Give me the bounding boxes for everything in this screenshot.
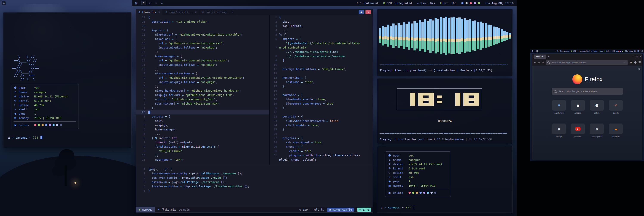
- editor-tab-flake.nix[interactable]: ❄flake.nix×: [136, 9, 163, 15]
- shortcut-tile-youtube[interactable]: ▶youtube: [571, 124, 585, 138]
- url-bar[interactable]: ☆: [546, 60, 628, 65]
- close-tab-icon[interactable]: ×: [232, 11, 233, 14]
- workspace-tag-3[interactable]: 3: [153, 1, 158, 6]
- shell-prompt[interactable]: ⌂ → canopus ~ ))): [8, 136, 42, 139]
- code-text: hostName = "iso";: [279, 80, 314, 84]
- visualizer-bar: [456, 18, 458, 53]
- bar-bottom: [477, 41, 479, 49]
- editor-tab-pkgs/default...[interactable]: ❄pkgs/default...×: [163, 9, 199, 15]
- bar-top: [480, 22, 482, 38]
- tray-icon-3[interactable]: [470, 2, 472, 4]
- workspace-tag-1[interactable]: 1: [535, 50, 538, 52]
- workspace-tag-1[interactable]: 1: [141, 1, 146, 6]
- terminal-window-fastfetch-right[interactable]: ☻usertux⌂hnamecanopus❄distroNixOS 24.11 …: [377, 146, 513, 213]
- clock-cell: [439, 96, 442, 98]
- shortcut-tile-search.nixos[interactable]: ❄search.nixos: [552, 100, 566, 114]
- clock-cell: [476, 103, 479, 106]
- firefox-window[interactable]: New Tab + – □ × ← → ↻ ☆ ▣ ☻ ☰: [532, 54, 643, 160]
- terminal-window-clock[interactable]: 08/08/24 ===============================…: [377, 78, 513, 144]
- bar-bottom: [384, 39, 386, 44]
- buffer-flake-nix[interactable]: 22{21 description = "tux's NixOS Flake";…: [136, 15, 269, 165]
- bar-mid: [442, 39, 445, 41]
- forward-button[interactable]: →: [538, 61, 540, 64]
- workspace-tag-2[interactable]: 2: [147, 1, 152, 6]
- new-tab-search-input[interactable]: [558, 90, 621, 93]
- fetch-value: 3h 59m: [408, 171, 419, 174]
- shell-prompt[interactable]: ⌂ → canopus ~ ))): [381, 206, 415, 209]
- menu-icon[interactable]: ⊞: [135, 1, 138, 5]
- shortcut-tile-amazon[interactable]: aamazon: [571, 100, 585, 114]
- bookmark-star-icon[interactable]: ☆: [624, 61, 626, 64]
- reload-button[interactable]: ↻: [542, 61, 544, 64]
- shortcut-tile-chat.openai[interactable]: ❋chat.openai: [590, 124, 604, 138]
- tray-icon-2[interactable]: [618, 51, 620, 52]
- neovim-window[interactable]: ❄flake.nix×❄pkgs/default...×❄hosts/isoIm…: [136, 9, 373, 212]
- shortcut-tile-github[interactable]: ●github: [590, 100, 604, 114]
- shortcut-tile-chatgpt[interactable]: ❋chatgpt: [552, 124, 566, 138]
- tray-icon-3[interactable]: [620, 51, 622, 52]
- menu-icon[interactable]: ⊞: [532, 50, 533, 52]
- bar-bottom: [472, 41, 474, 51]
- firefox-nav-bar: ← → ↻ ☆ ▣ ☻ ☰: [532, 59, 642, 66]
- account-icon[interactable]: ☻: [634, 61, 637, 64]
- tray-icon-4[interactable]: [622, 51, 623, 52]
- visualizer-bar: [480, 22, 482, 50]
- battery-icon: ▮: [604, 50, 605, 52]
- close-tab-icon[interactable]: ×: [158, 11, 160, 14]
- workspace-tag-4[interactable]: 4: [159, 1, 164, 6]
- code-line: 1 };: [136, 106, 269, 110]
- close-button[interactable]: ×: [640, 56, 641, 58]
- clock-colon: [437, 93, 442, 106]
- buffer-iso-default-nix[interactable]: 1{2 pkgs,3 modulesPath,4 ...5}: {6 impor…: [270, 15, 373, 165]
- code-line: 4 firefox-mod-blur = pkgs.callPackage ./…: [136, 184, 373, 189]
- fetch-label: uptime: [393, 171, 407, 174]
- editor-tab-hosts/isoImag..[interactable]: ❄hosts/isoImag..×: [200, 9, 236, 15]
- hamburger-menu-icon[interactable]: ☰: [638, 61, 641, 64]
- bar-mid: [429, 39, 431, 41]
- line-number: [270, 41, 279, 46]
- bar-mid: [493, 37, 495, 39]
- code-line: 28 ssh.startAgent = true;: [270, 140, 373, 145]
- shortcut-tile-cloudflare[interactable]: ☁cloudflare: [609, 124, 623, 138]
- code-line: 8 forAllSystems = nixpkgs.lib.genAttrs [: [136, 145, 269, 149]
- clock-cell: [426, 93, 428, 96]
- new-tab-button[interactable]: +: [548, 55, 550, 58]
- tray-icon-1[interactable]: [462, 2, 464, 4]
- shortcut-tile-claude[interactable]: ✳claude: [609, 100, 623, 114]
- clock-date: 08/08/24: [377, 119, 512, 123]
- tray-icon-2[interactable]: [466, 2, 468, 4]
- code-line: 5 nixos-hardware.url = "github:nixos/nix…: [136, 89, 269, 93]
- bar-mid: [466, 38, 468, 41]
- buffer-pkgs-default-nix[interactable]: 1{pkgs, ...}: {1 tux-awesome-wm-config =…: [136, 165, 373, 209]
- code-line: 12 url = "github:nix-community/home-mana…: [136, 58, 269, 63]
- terminal-window-visualizer[interactable]: ========================================…: [377, 9, 513, 76]
- terminal-window-fastfetch-left[interactable]: \ \ // ==\___\/ // // \// ==// //== //\_…: [3, 12, 132, 148]
- visualizer-bar: [403, 23, 405, 49]
- new-tab-search-bar[interactable]: [552, 88, 623, 95]
- line-number: 7: [136, 80, 148, 84]
- clock-cell: [464, 103, 466, 106]
- bar-bottom: [403, 40, 405, 49]
- line-number: 16: [136, 41, 148, 46]
- tray-icon-1[interactable]: [616, 51, 618, 52]
- extensions-icon[interactable]: ▣: [630, 61, 632, 64]
- close-tab-icon[interactable]: ×: [195, 11, 196, 14]
- tray-icon-4[interactable]: [474, 2, 476, 4]
- personalize-gear-icon[interactable]: ⚙: [638, 68, 640, 71]
- back-button[interactable]: ←: [534, 61, 536, 64]
- tray-icon-5[interactable]: [478, 2, 480, 4]
- bar-top: [485, 23, 487, 37]
- color-swatch: [42, 124, 44, 126]
- maximize-button[interactable]: □: [636, 56, 637, 58]
- url-input[interactable]: [551, 61, 623, 64]
- close-window-button[interactable]: ×: [366, 10, 371, 14]
- visualizer-bar: [400, 25, 402, 46]
- eye-button[interactable]: ◉: [358, 10, 364, 14]
- code-text: inputs = {: [148, 28, 168, 33]
- line-number: 2: [136, 119, 148, 123]
- bar-bottom: [453, 42, 455, 54]
- power-icon: ⚡: [356, 2, 358, 5]
- launcher-menu-icon[interactable]: ⊞: [2, 1, 6, 5]
- tab-new-tab[interactable]: New Tab: [534, 55, 546, 59]
- minimize-button[interactable]: –: [632, 56, 634, 58]
